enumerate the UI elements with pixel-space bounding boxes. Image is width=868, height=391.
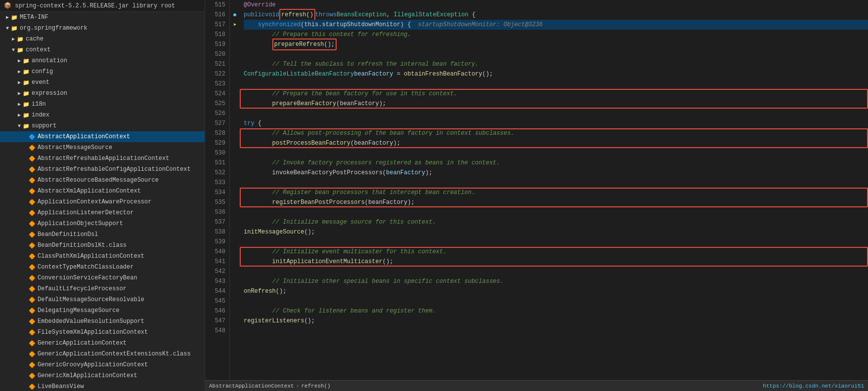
sidebar-item-support[interactable]: 📁support bbox=[0, 120, 205, 131]
gutter-521 bbox=[230, 59, 240, 69]
sidebar-item-org-springframework[interactable]: 📁org.springframework bbox=[0, 23, 205, 34]
sidebar-item-index[interactable]: 📁index bbox=[0, 110, 205, 120]
line-number-544: 544 bbox=[209, 286, 225, 296]
sidebar-item-GenericGroovyApplicationContext[interactable]: 🔶GenericGroovyApplicationContext bbox=[0, 359, 205, 370]
line-number-531: 531 bbox=[209, 158, 225, 168]
library-root-icon: 📦 bbox=[4, 2, 15, 9]
gutter-547 bbox=[230, 316, 240, 326]
code-editor: 5155165175185195205215225235245255265275… bbox=[205, 0, 868, 391]
icon-AbstractMessageSource: 🔶 bbox=[29, 145, 36, 151]
library-root-label: spring-context-5.2.5.RELEASE.jar library… bbox=[15, 2, 175, 9]
sidebar-item-GenericApplicationContextExtensionsKt[interactable]: 🔶GenericApplicationContextExtensionsKt.c… bbox=[0, 349, 205, 359]
code-line-536 bbox=[244, 207, 868, 217]
sidebar-item-meta-inf[interactable]: 📁META-INF bbox=[0, 12, 205, 23]
gutter-542 bbox=[230, 267, 240, 276]
code-line-522: ConfigurableListableBeanFactory beanFact… bbox=[244, 69, 868, 79]
code-line-516: public void refresh() throws BeansExcept… bbox=[244, 10, 868, 20]
code-line-520 bbox=[244, 49, 868, 59]
line-number-542: 542 bbox=[209, 267, 225, 276]
code-line-523 bbox=[244, 79, 868, 89]
tree-arrow-context bbox=[10, 47, 17, 53]
code-area[interactable]: 5155165175185195205215225235245255265275… bbox=[205, 0, 868, 380]
icon-ApplicationListenerDetector: 🔶 bbox=[29, 210, 36, 216]
sidebar-item-ConversionServiceFactoryBean[interactable]: 🔶ConversionServiceFactoryBean bbox=[0, 273, 205, 283]
sidebar-item-ContextTypeMatchClassLoader[interactable]: 🔶ContextTypeMatchClassLoader bbox=[0, 262, 205, 273]
gutter-538 bbox=[230, 227, 240, 237]
icon-BeanDefinitionDslKt: 🔶 bbox=[29, 242, 36, 249]
sidebar-item-GenericXmlApplicationContext[interactable]: 🔶GenericXmlApplicationContext bbox=[0, 370, 205, 381]
code-line-527: try { bbox=[244, 118, 868, 128]
line-number-524: 524 bbox=[209, 89, 225, 99]
label-AbstractRefreshableApplicationContext: AbstractRefreshableApplicationContext bbox=[38, 155, 169, 162]
line-number-517: 517 bbox=[209, 20, 225, 30]
sidebar-item-ApplicationObjectSupport[interactable]: 🔶ApplicationObjectSupport bbox=[0, 218, 205, 229]
code-line-528: // Allows post-processing of the bean fa… bbox=[244, 128, 868, 138]
sidebar-item-config[interactable]: 📁config bbox=[0, 66, 205, 77]
sidebar-item-AbstractResourceBasedMessageSource[interactable]: 🔶AbstractResourceBasedMessageSource bbox=[0, 175, 205, 186]
icon-event: 📁 bbox=[23, 79, 30, 86]
gutter-534 bbox=[230, 188, 240, 197]
icon-EmbeddedValueResolutionSupport: 🔶 bbox=[29, 318, 36, 325]
icon-AbstractRefreshableConfigApplicationContext: 🔶 bbox=[29, 166, 36, 173]
code-content[interactable]: @Overridepublic void refresh() throws Be… bbox=[240, 0, 868, 380]
sidebar-item-AbstractRefreshableConfigApplicationContext[interactable]: 🔶AbstractRefreshableConfigApplicationCon… bbox=[0, 164, 205, 175]
sidebar-item-context[interactable]: 📁context bbox=[0, 44, 205, 55]
sidebar-item-AbstractMessageSource[interactable]: 🔶AbstractMessageSource bbox=[0, 142, 205, 153]
sidebar-item-AbstractXmlApplicationContext[interactable]: 🔶AbstractXmlApplicationContext bbox=[0, 186, 205, 196]
line-number-529: 529 bbox=[209, 138, 225, 148]
sidebar-item-LiveBeansView[interactable]: 🔶LiveBeansView bbox=[0, 381, 205, 391]
code-line-541: initApplicationEventMulticaster(); bbox=[244, 257, 868, 267]
line-number-545: 545 bbox=[209, 296, 225, 306]
line-number-521: 521 bbox=[209, 59, 225, 69]
label-AbstractApplicationContext: AbstractApplicationContext bbox=[38, 133, 130, 140]
sidebar-item-DefaultMessageSourceResolvable[interactable]: 🔶DefaultMessageSourceResolvable bbox=[0, 294, 205, 305]
sidebar-header: 📦 spring-context-5.2.5.RELEASE.jar libra… bbox=[0, 0, 205, 12]
sidebar-item-DelegatingMessageSource[interactable]: 🔶DelegatingMessageSource bbox=[0, 305, 205, 316]
code-line-545 bbox=[244, 296, 868, 306]
icon-ClassPathXmlApplicationContext: 🔶 bbox=[29, 253, 36, 260]
tree-arrow-support bbox=[16, 123, 23, 129]
label-event: event bbox=[32, 79, 49, 86]
sidebar-item-cache[interactable]: 📁cache bbox=[0, 34, 205, 44]
sidebar-item-GenericApplicationContext[interactable]: 🔶GenericApplicationContext bbox=[0, 338, 205, 349]
gutter-516: ● bbox=[230, 10, 240, 20]
label-support: support bbox=[32, 122, 56, 129]
sidebar-item-ApplicationListenerDetector[interactable]: 🔶ApplicationListenerDetector bbox=[0, 207, 205, 218]
code-line-519: prepareRefresh(); bbox=[244, 39, 868, 49]
gutter-533 bbox=[230, 178, 240, 188]
sidebar-item-BeanDefinitionDslKt[interactable]: 🔶BeanDefinitionDslKt.class bbox=[0, 240, 205, 251]
sidebar-item-AbstractRefreshableApplicationContext[interactable]: 🔶AbstractRefreshableApplicationContext bbox=[0, 153, 205, 164]
sidebar-item-EmbeddedValueResolutionSupport[interactable]: 🔶EmbeddedValueResolutionSupport bbox=[0, 316, 205, 327]
gutter-524 bbox=[230, 89, 240, 99]
gutter-537 bbox=[230, 217, 240, 227]
sidebar-item-ApplicationContextAwareProcessor[interactable]: 🔶ApplicationContextAwareProcessor bbox=[0, 196, 205, 207]
icon-GenericApplicationContextExtensionsKt: 🔶 bbox=[29, 351, 36, 357]
line-number-520: 520 bbox=[209, 49, 225, 59]
icon-DefaultLifecycleProcessor: 🔶 bbox=[29, 286, 36, 292]
line-number-534: 534 bbox=[209, 188, 225, 197]
sidebar-item-i18n[interactable]: 📁i18n bbox=[0, 99, 205, 110]
sidebar-item-expression[interactable]: 📁expression bbox=[0, 88, 205, 99]
sidebar-item-DefaultLifecycleProcessor[interactable]: 🔶DefaultLifecycleProcessor bbox=[0, 283, 205, 294]
file-tree[interactable]: 📦 spring-context-5.2.5.RELEASE.jar libra… bbox=[0, 0, 205, 391]
icon-AbstractRefreshableApplicationContext: 🔶 bbox=[29, 156, 36, 162]
sidebar-item-BeanDefinitionDsl[interactable]: 🔶BeanDefinitionDsl bbox=[0, 229, 205, 240]
code-line-532: invokeBeanFactoryPostProcessors(beanFact… bbox=[244, 168, 868, 178]
line-number-548: 548 bbox=[209, 326, 225, 336]
sidebar-item-annotation[interactable]: 📁annotation bbox=[0, 55, 205, 66]
gutter-518 bbox=[230, 30, 240, 39]
line-number-523: 523 bbox=[209, 79, 225, 89]
sidebar-item-ClassPathXmlApplicationContext[interactable]: 🔶ClassPathXmlApplicationContext bbox=[0, 251, 205, 262]
line-number-538: 538 bbox=[209, 227, 225, 237]
label-DefaultLifecycleProcessor: DefaultLifecycleProcessor bbox=[38, 285, 127, 292]
code-line-538: initMessageSource(); bbox=[244, 227, 868, 237]
sidebar-item-AbstractApplicationContext[interactable]: 🔷AbstractApplicationContext bbox=[0, 131, 205, 142]
gutter-525 bbox=[230, 99, 240, 109]
sidebar-item-event[interactable]: 📁event bbox=[0, 77, 205, 88]
label-DelegatingMessageSource: DelegatingMessageSource bbox=[38, 307, 120, 314]
label-GenericApplicationContext: GenericApplicationContext bbox=[38, 340, 127, 347]
code-line-517: synchronized (this.startupShutdownMonito… bbox=[244, 20, 868, 30]
icon-annotation: 📁 bbox=[23, 58, 30, 64]
sidebar-item-FileSystemXmlApplicationContext[interactable]: 🔶FileSystemXmlApplicationContext bbox=[0, 327, 205, 338]
icon-context: 📁 bbox=[17, 47, 24, 53]
